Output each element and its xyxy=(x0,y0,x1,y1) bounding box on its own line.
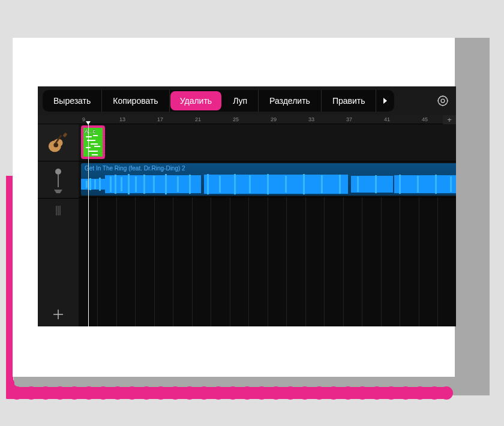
svg-rect-75 xyxy=(143,175,145,194)
svg-rect-77 xyxy=(165,174,167,194)
svg-point-19 xyxy=(68,386,81,400)
svg-rect-82 xyxy=(234,174,236,194)
toolbar: Вырезать Копировать Удалить Луп Разделит… xyxy=(38,86,456,115)
svg-rect-76 xyxy=(153,176,155,193)
svg-point-32 xyxy=(255,386,268,400)
midi-clip-selected[interactable]: A...c xyxy=(81,125,105,159)
ruler-mark: 17 xyxy=(157,116,163,122)
svg-rect-94 xyxy=(450,176,452,192)
svg-point-28 xyxy=(197,386,211,400)
svg-point-30 xyxy=(226,386,239,400)
add-track-button[interactable] xyxy=(38,308,79,320)
svg-rect-84 xyxy=(267,174,269,194)
ruler-mark: 33 xyxy=(308,116,314,122)
microphone-icon xyxy=(51,167,65,193)
svg-point-45 xyxy=(440,386,453,400)
svg-point-27 xyxy=(183,386,196,400)
svg-point-15 xyxy=(10,386,23,400)
split-button[interactable]: Разделить xyxy=(259,90,322,112)
svg-rect-54 xyxy=(58,174,59,187)
svg-point-17 xyxy=(39,386,52,400)
svg-point-40 xyxy=(370,386,383,400)
svg-rect-61 xyxy=(81,179,105,190)
svg-point-25 xyxy=(154,386,167,400)
svg-rect-86 xyxy=(303,174,305,194)
midi-notes-icon xyxy=(85,134,101,155)
svg-point-31 xyxy=(241,386,254,400)
svg-rect-66 xyxy=(86,181,88,188)
svg-point-35 xyxy=(298,386,311,400)
svg-rect-83 xyxy=(249,175,251,193)
svg-rect-79 xyxy=(189,175,191,194)
svg-rect-87 xyxy=(321,175,323,193)
ruler-corner xyxy=(38,115,79,124)
cut-button[interactable]: Вырезать xyxy=(43,90,102,112)
context-menu: Вырезать Копировать Удалить Луп Разделит… xyxy=(43,90,394,112)
ruler-mark: 29 xyxy=(271,116,277,122)
audio-clip[interactable]: Get In The Ring (feat. Dr.Ring-Ding) 2 xyxy=(81,163,456,196)
add-section-button[interactable]: + xyxy=(443,115,456,124)
svg-rect-71 xyxy=(115,175,116,194)
context-menu-more-icon[interactable] xyxy=(376,90,394,112)
track-lane-2[interactable]: Get In The Ring (feat. Dr.Ring-Ding) 2 xyxy=(79,161,456,197)
audio-clip-label: Get In The Ring (feat. Dr.Ring-Ding) 2 xyxy=(81,163,456,173)
svg-rect-63 xyxy=(204,175,348,194)
svg-rect-74 xyxy=(135,176,137,192)
svg-rect-73 xyxy=(128,174,130,194)
track-header-column xyxy=(38,115,79,326)
svg-point-41 xyxy=(385,386,398,400)
svg-point-29 xyxy=(212,386,225,400)
app-window: Вырезать Копировать Удалить Луп Разделит… xyxy=(38,86,456,326)
svg-point-16 xyxy=(25,386,38,400)
track-header-guitar[interactable] xyxy=(38,124,79,161)
svg-rect-68 xyxy=(94,179,96,189)
svg-point-33 xyxy=(269,386,283,400)
svg-point-20 xyxy=(82,386,95,400)
track-resize-handle[interactable] xyxy=(38,199,79,223)
playhead[interactable] xyxy=(88,124,89,326)
ruler-mark: 37 xyxy=(346,116,352,122)
svg-point-43 xyxy=(413,386,427,400)
svg-point-37 xyxy=(327,386,340,400)
svg-rect-90 xyxy=(375,175,377,193)
svg-rect-81 xyxy=(219,176,221,193)
svg-point-21 xyxy=(97,386,110,400)
timeline-ruler[interactable]: 9 13 17 21 25 29 33 37 41 45 xyxy=(79,115,456,124)
svg-rect-72 xyxy=(121,177,122,191)
svg-point-42 xyxy=(399,386,412,400)
svg-rect-70 xyxy=(110,176,112,192)
svg-rect-78 xyxy=(177,176,179,192)
settings-button[interactable] xyxy=(433,91,452,110)
waveform-icon xyxy=(81,173,456,196)
svg-point-18 xyxy=(53,386,67,400)
svg-rect-88 xyxy=(339,175,341,194)
svg-rect-92 xyxy=(417,176,419,193)
svg-rect-80 xyxy=(207,174,209,194)
svg-point-26 xyxy=(169,386,182,400)
svg-rect-85 xyxy=(285,176,287,193)
svg-point-36 xyxy=(313,386,326,400)
edit-button[interactable]: Править xyxy=(322,90,377,112)
ruler-mark: 13 xyxy=(119,116,125,122)
copy-button[interactable]: Копировать xyxy=(102,90,169,112)
delete-button[interactable]: Удалить xyxy=(170,91,221,110)
track-lane-1[interactable]: A...c xyxy=(79,124,456,161)
svg-point-39 xyxy=(356,386,369,400)
timeline-area[interactable]: A...c Get In The Ring (feat. Dr xyxy=(79,124,456,326)
ruler-mark: 25 xyxy=(233,116,239,122)
svg-point-34 xyxy=(284,386,297,400)
svg-point-23 xyxy=(125,386,139,400)
svg-point-53 xyxy=(55,169,61,175)
track-header-microphone[interactable] xyxy=(38,161,79,199)
svg-point-46 xyxy=(441,99,445,103)
loop-button[interactable]: Луп xyxy=(222,90,259,112)
svg-rect-52 xyxy=(63,132,68,137)
svg-point-47 xyxy=(438,96,448,106)
svg-point-24 xyxy=(140,386,153,400)
ruler-mark: 9 xyxy=(82,116,85,122)
svg-point-38 xyxy=(341,386,355,400)
ruler-mark: 45 xyxy=(422,116,428,122)
svg-rect-65 xyxy=(394,175,456,193)
ruler-mark: 21 xyxy=(195,116,201,122)
white-card: Вырезать Копировать Удалить Луп Разделит… xyxy=(13,38,455,377)
